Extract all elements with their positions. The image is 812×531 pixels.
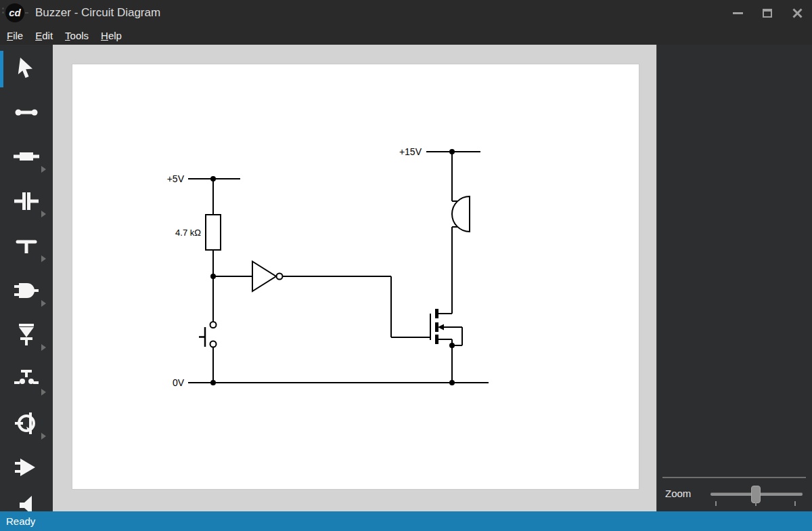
flyout-arrow-icon[interactable]	[41, 300, 46, 307]
and-gate-icon	[13, 277, 40, 304]
properties-panel: Zoom	[656, 45, 812, 511]
diode-icon	[13, 321, 40, 348]
flyout-arrow-icon[interactable]	[41, 389, 46, 396]
minimize-button[interactable]	[723, 0, 752, 26]
flyout-arrow-icon[interactable]	[41, 255, 46, 262]
tool-sidebar	[0, 45, 53, 511]
speaker-icon	[13, 493, 40, 511]
menu-bar: File Edit Tools Help	[0, 26, 812, 45]
menu-help[interactable]: Help	[95, 28, 128, 43]
tool-select[interactable]	[0, 50, 53, 88]
tool-transistor[interactable]	[0, 404, 53, 442]
main-area: +5V 4.7 kΩ	[0, 45, 812, 511]
maximize-icon	[763, 9, 772, 18]
canvas-area[interactable]: +5V 4.7 kΩ	[53, 45, 656, 511]
menu-file[interactable]: File	[1, 28, 29, 43]
tool-wire[interactable]	[0, 93, 53, 131]
resistor-icon	[13, 143, 40, 170]
circuit-diagram: +5V 4.7 kΩ	[72, 64, 639, 490]
ground-icon	[13, 232, 40, 259]
zoom-tick	[715, 501, 717, 506]
push-button-component[interactable]	[199, 276, 217, 383]
not-gate-component[interactable]	[210, 261, 430, 337]
label-5v: +5V	[167, 173, 185, 184]
label-resistor-value: 4.7 kΩ	[175, 228, 201, 238]
transistor-icon	[13, 410, 40, 437]
maximize-button[interactable]	[752, 0, 782, 26]
op-amp-icon	[13, 454, 40, 481]
tool-resistor[interactable]	[0, 137, 53, 175]
document-page[interactable]: +5V 4.7 kΩ	[72, 64, 639, 490]
tool-ground[interactable]	[0, 227, 53, 265]
wire-icon	[13, 99, 40, 126]
zoom-tick	[755, 501, 757, 506]
tool-diode[interactable]	[0, 316, 53, 354]
label-15v: +15V	[399, 146, 422, 157]
zoom-tick	[794, 501, 796, 506]
label-0v: 0V	[173, 377, 185, 388]
tool-op-amp[interactable]	[0, 448, 53, 486]
window-title: Buzzer - Circuit Diagram	[35, 6, 160, 20]
status-bar: Ready	[0, 511, 812, 531]
panel-divider	[662, 477, 806, 478]
flyout-arrow-icon[interactable]	[41, 166, 46, 173]
menu-edit[interactable]: Edit	[29, 28, 59, 43]
flyout-arrow-icon[interactable]	[41, 433, 46, 440]
status-text: Ready	[6, 515, 35, 527]
capacitor-icon	[13, 188, 40, 215]
minimize-icon	[733, 12, 743, 14]
flyout-arrow-icon[interactable]	[41, 211, 46, 217]
title-bar: cd Buzzer - Circuit Diagram	[0, 0, 812, 26]
tool-capacitor[interactable]	[0, 182, 53, 220]
flyout-arrow-icon[interactable]	[41, 344, 46, 351]
tool-push-switch[interactable]	[0, 360, 53, 398]
close-button[interactable]	[782, 0, 812, 26]
buzzer-component[interactable]	[452, 152, 470, 314]
app-window: cd Buzzer - Circuit Diagram File Edit To…	[0, 0, 812, 531]
tool-logic-gate[interactable]	[0, 272, 53, 310]
app-logo-icon: cd	[5, 3, 24, 22]
resistor-component[interactable]: 4.7 kΩ	[175, 179, 221, 276]
mosfet-component[interactable]	[430, 309, 462, 383]
cursor-icon	[13, 56, 40, 83]
power-rail-15v[interactable]: +15V	[399, 146, 480, 157]
power-rail-5v[interactable]: +5V	[167, 173, 240, 184]
zoom-label: Zoom	[665, 488, 691, 499]
tool-speaker[interactable]	[0, 488, 53, 511]
window-controls	[723, 0, 812, 26]
ground-rail-0v[interactable]: 0V	[173, 377, 489, 388]
push-switch-icon	[13, 366, 40, 393]
menu-tools[interactable]: Tools	[59, 28, 95, 43]
close-icon	[792, 8, 803, 18]
